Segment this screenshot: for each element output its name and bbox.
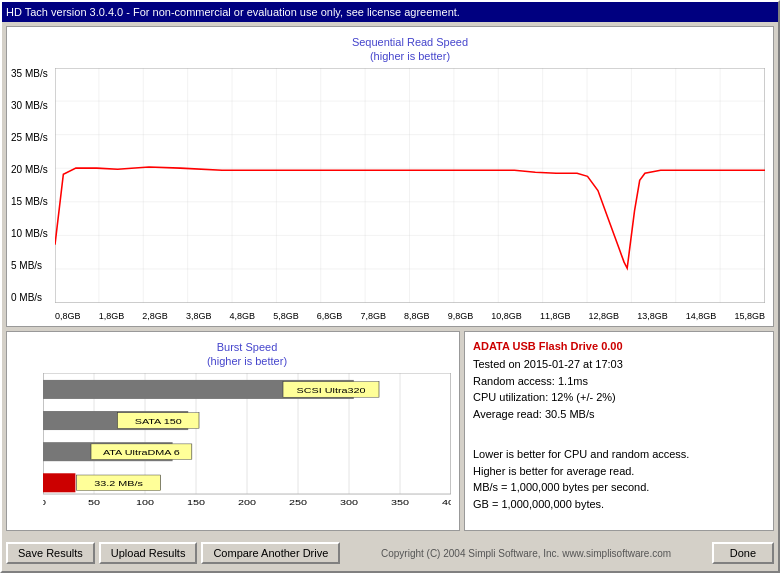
save-results-button[interactable]: Save Results [6,542,95,564]
y-axis-labels: 35 MB/s 30 MB/s 25 MB/s 20 MB/s 15 MB/s … [11,68,48,303]
svg-text:SCSI Ultra320: SCSI Ultra320 [297,385,366,394]
info-divider [473,428,765,440]
seq-chart-area: 35 MB/s 30 MB/s 25 MB/s 20 MB/s 15 MB/s … [55,68,765,303]
info-line-1: Tested on 2015-01-27 at 17:03 [473,356,765,373]
copyright-text: Copyright (C) 2004 Simpli Software, Inc.… [340,548,711,559]
seq-chart-title: Sequential Read Speed (higher is better) [55,35,765,64]
svg-text:33.2 MB/s: 33.2 MB/s [94,478,143,487]
svg-rect-26 [43,473,75,492]
compare-another-drive-button[interactable]: Compare Another Drive [201,542,340,564]
info-line-3: CPU utilization: 12% (+/- 2%) [473,389,765,406]
svg-text:SATA 150: SATA 150 [135,416,182,425]
info-line-8: GB = 1,000,000,000 bytes. [473,496,765,513]
x-axis-labels: 0,8GB 1,8GB 2,8GB 3,8GB 4,8GB 5,8GB 6,8G… [55,311,765,321]
svg-text:100: 100 [136,497,154,506]
bottom-section: Burst Speed (higher is better) [6,331,774,531]
svg-text:300: 300 [340,497,358,506]
footer: Save Results Upload Results Compare Anot… [2,535,778,571]
upload-results-button[interactable]: Upload Results [99,542,198,564]
info-title: ADATA USB Flash Drive 0.00 [473,340,765,352]
done-button[interactable]: Done [712,542,774,564]
svg-text:200: 200 [238,497,256,506]
title-text: HD Tach version 3.0.4.0 - For non-commer… [6,6,460,18]
title-bar: HD Tach version 3.0.4.0 - For non-commer… [2,2,778,22]
info-line-4: Average read: 30.5 MB/s [473,406,765,423]
svg-text:400: 400 [442,497,451,506]
svg-text:50: 50 [88,497,100,506]
svg-text:ATA UltraDMA 6: ATA UltraDMA 6 [103,447,180,456]
svg-rect-4 [55,68,765,303]
info-line-2: Random access: 1.1ms [473,373,765,390]
content-area: Sequential Read Speed (higher is better)… [2,22,778,535]
svg-text:150: 150 [187,497,205,506]
burst-bars-area: SCSI Ultra320 SATA 150 ATA UltraDMA 6 33… [43,373,451,507]
svg-text:350: 350 [391,497,409,506]
info-line-6: Higher is better for average read. [473,463,765,480]
burst-svg: SCSI Ultra320 SATA 150 ATA UltraDMA 6 33… [43,373,451,507]
seq-chart-svg [55,68,765,303]
svg-text:250: 250 [289,497,307,506]
sequential-read-chart: Sequential Read Speed (higher is better)… [6,26,774,327]
svg-text:0: 0 [43,497,46,506]
burst-chart: Burst Speed (higher is better) [6,331,460,531]
info-panel: ADATA USB Flash Drive 0.00 Tested on 201… [464,331,774,531]
info-line-5: Lower is better for CPU and random acces… [473,446,765,463]
burst-chart-title: Burst Speed (higher is better) [43,340,451,369]
main-window: HD Tach version 3.0.4.0 - For non-commer… [0,0,780,573]
info-line-7: MB/s = 1,000,000 bytes per second. [473,479,765,496]
footer-buttons: Save Results Upload Results Compare Anot… [6,542,340,564]
